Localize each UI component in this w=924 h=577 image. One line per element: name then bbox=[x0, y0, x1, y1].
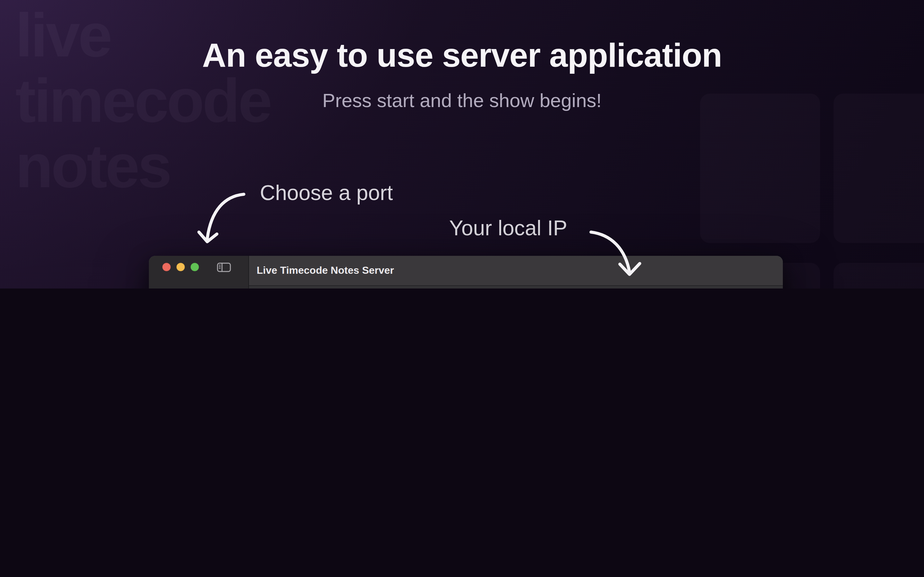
toolbar: Start Server Stop Server 192.168.0.176 1… bbox=[248, 285, 783, 288]
sidebar-toggle-icon[interactable] bbox=[217, 262, 231, 272]
arrow-choose-port-icon bbox=[199, 194, 244, 242]
port-label: Port: bbox=[160, 285, 178, 288]
background-tile bbox=[700, 93, 820, 243]
traffic-lights bbox=[162, 263, 199, 271]
status-group: 192.168.0.176 16:46:52 bbox=[588, 285, 766, 288]
app-window: Port: 50550 Live Timecode Notes Server S… bbox=[149, 256, 783, 288]
titlebar: Live Timecode Notes Server bbox=[248, 256, 783, 285]
sidebar-divider bbox=[248, 256, 249, 288]
minimize-window-button[interactable] bbox=[176, 263, 185, 271]
page-subtitle: Press start and the show begins! bbox=[0, 90, 924, 111]
background-tile bbox=[833, 263, 924, 288]
close-window-button[interactable] bbox=[162, 263, 171, 271]
window-title: Live Timecode Notes Server bbox=[257, 265, 394, 276]
page-title: An easy to use server application bbox=[0, 38, 924, 73]
annotation-choose-port: Choose a port bbox=[260, 181, 393, 205]
annotation-local-ip: Your local IP bbox=[449, 216, 567, 240]
watermark-line: notes bbox=[15, 133, 270, 198]
zoom-window-button[interactable] bbox=[190, 263, 199, 271]
background-tile bbox=[833, 93, 924, 243]
titlebar-sidebar-section: Port: 50550 bbox=[149, 256, 248, 288]
promo-page: live timecode notes An easy to use serve… bbox=[0, 0, 924, 288]
